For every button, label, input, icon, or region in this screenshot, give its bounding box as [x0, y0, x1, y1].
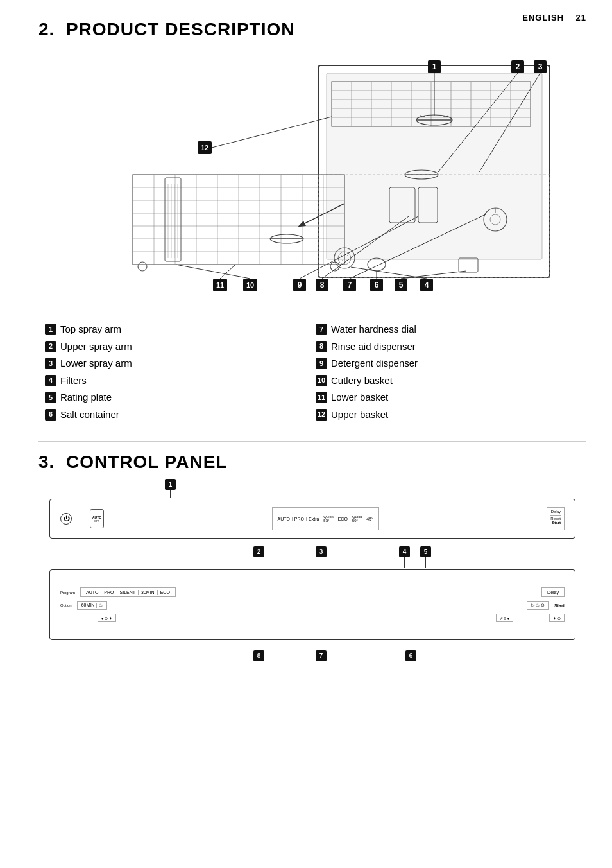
part-item-4: 4Filters	[45, 374, 316, 388]
cp-badge1-line	[170, 490, 171, 498]
cp-temp-strip: ▷ ♨ ⊙	[527, 601, 549, 610]
cp-programs-strip: AUTO PRO Extra Quick53° ECO Quick50° 45°	[272, 507, 379, 530]
cp-badge3-annotation: 3	[316, 546, 327, 568]
part-label-7: Water hardness dial	[331, 322, 416, 337]
svg-text:3: 3	[538, 62, 543, 71]
part-item-9: 9Detergent dispenser	[316, 356, 586, 371]
part-item-2: 2Upper spray arm	[45, 340, 316, 354]
cp-lower-panel-box: Program AUTO PRO SILENT 30MIN ECO Delay	[49, 569, 575, 640]
part-item-12: 12Upper basket	[316, 408, 586, 422]
cp-programs2-strip: AUTO PRO SILENT 30MIN ECO	[80, 587, 176, 597]
part-item-10: 10Cutlery basket	[316, 374, 586, 388]
cp-badge8-annotation: 8	[253, 640, 264, 661]
part-badge-9: 9	[316, 358, 327, 369]
cp-lower-row1: Program AUTO PRO SILENT 30MIN ECO Delay	[60, 587, 565, 597]
svg-line-73	[212, 117, 332, 148]
part-label-12: Upper basket	[331, 408, 388, 422]
cp-badge6: 6	[405, 650, 416, 661]
svg-line-76	[220, 265, 235, 279]
cp-badge8-line	[259, 640, 259, 650]
cp-badge2-line	[259, 557, 259, 568]
parts-col-left: 1Top spray arm2Upper spray arm3Lower spr…	[45, 322, 316, 422]
cp-badge1-area: 1	[49, 479, 575, 498]
svg-text:12: 12	[201, 144, 208, 152]
cp-sub-programs-strip: 60MIN ♨	[77, 601, 108, 610]
svg-rect-55	[459, 258, 478, 272]
cp-icons-strip2: ↗ ≡ ●	[496, 614, 513, 622]
cp-lower-row3: ● ⊙ ✦ ↗ ≡ ● ✦ ⊙	[60, 614, 565, 622]
svg-text:4: 4	[425, 281, 429, 290]
svg-text:8: 8	[320, 281, 325, 290]
part-badge-7: 7	[316, 324, 327, 335]
cp-badge5-annotation: 5	[420, 546, 431, 568]
product-diagram: 1 2 3 12 11 10 9	[38, 46, 586, 316]
cp-badge4-annotation: 4	[399, 546, 410, 568]
cp-power-button[interactable]: ⏻	[60, 513, 72, 525]
part-badge-10: 10	[316, 375, 327, 386]
cp-badge7-line	[321, 640, 321, 650]
svg-text:7: 7	[348, 281, 352, 290]
part-label-6: Salt container	[60, 408, 119, 422]
part-label-5: Rating plate	[60, 390, 112, 405]
cp-badge2: 2	[253, 546, 264, 557]
part-label-8: Rinse aid dispenser	[331, 340, 416, 354]
cp-badge4: 4	[399, 546, 410, 557]
cp-badge7-annotation: 7	[316, 640, 327, 661]
part-badge-8: 8	[316, 341, 327, 352]
cp-lower-controls: Program AUTO PRO SILENT 30MIN ECO Delay	[60, 587, 565, 622]
dishwasher-diagram: 1 2 3 12 11 10 9	[49, 46, 575, 316]
part-label-9: Detergent dispenser	[331, 356, 418, 371]
part-badge-1: 1	[45, 324, 56, 335]
part-label-3: Lower spray arm	[60, 356, 132, 371]
cp-program-knob[interactable]: AUTO OFF	[90, 509, 104, 528]
cp-lower-badges-bot-row: 8 7 6	[49, 640, 575, 663]
part-badge-3: 3	[45, 358, 56, 369]
cp-badge1: 1	[165, 479, 176, 490]
cp-badge3-line	[321, 557, 321, 568]
cp-delay-panel: Delay Reset Start	[547, 507, 565, 530]
cp-lower-badges-top-row: 2 3 4 5	[49, 546, 575, 569]
svg-text:11: 11	[216, 281, 224, 289]
part-badge-6: 6	[45, 409, 56, 421]
svg-text:6: 6	[375, 281, 379, 290]
cp-icons-strip: ● ⊙ ✦	[98, 614, 116, 622]
cp-badge6-line	[411, 640, 411, 650]
svg-text:2: 2	[516, 62, 520, 71]
part-item-8: 8Rinse aid dispenser	[316, 340, 586, 354]
part-label-2: Upper spray arm	[60, 340, 132, 354]
cp-badge8: 8	[253, 650, 264, 661]
cp-badge6-annotation: 6	[405, 640, 416, 661]
cp-badge2-annotation: 2	[253, 546, 264, 568]
cp-delay-strip: Delay	[541, 587, 565, 597]
section3-title: 3. CONTROL PANEL	[38, 452, 586, 473]
cp-top-controls: ⏻ AUTO OFF AUTO PRO Extra Quick53° EC	[60, 507, 565, 530]
cp-start-label: Start	[554, 603, 565, 608]
cp-badge3: 3	[316, 546, 327, 557]
svg-rect-56	[165, 178, 181, 261]
part-label-1: Top spray arm	[60, 322, 121, 337]
svg-text:1: 1	[432, 62, 437, 71]
control-panel-diagrams: 1 ⏻ AUTO OFF AUTO	[38, 479, 586, 663]
cp-badge5-line	[425, 557, 426, 568]
parts-col-right: 7Water hardness dial8Rinse aid dispenser…	[316, 322, 586, 422]
part-item-11: 11Lower basket	[316, 390, 586, 405]
section3: 3. CONTROL PANEL 1 ⏻	[38, 452, 586, 663]
part-item-7: 7Water hardness dial	[316, 322, 586, 337]
part-item-1: 1Top spray arm	[45, 322, 316, 337]
part-label-4: Filters	[60, 374, 87, 388]
part-label-10: Cutlery basket	[331, 374, 393, 388]
svg-text:10: 10	[246, 281, 254, 289]
part-item-3: 3Lower spray arm	[45, 356, 316, 371]
cp-badge5: 5	[420, 546, 431, 557]
cp-lower-row2: Option 60MIN ♨ ▷ ♨ ⊙ Start	[60, 601, 565, 610]
cp-top-panel-container: 1 ⏻ AUTO OFF AUTO	[49, 479, 575, 539]
parts-list: 1Top spray arm2Upper spray arm3Lower spr…	[38, 322, 586, 422]
part-badge-11: 11	[316, 392, 327, 403]
part-badge-5: 5	[45, 392, 56, 403]
part-badge-2: 2	[45, 341, 56, 352]
header-lang: ENGLISH 21	[522, 13, 586, 22]
svg-point-38	[138, 262, 147, 271]
svg-line-79	[176, 265, 250, 279]
section2-title: 2. PRODUCT DESCRIPTION	[38, 19, 586, 40]
part-label-11: Lower basket	[331, 390, 388, 405]
